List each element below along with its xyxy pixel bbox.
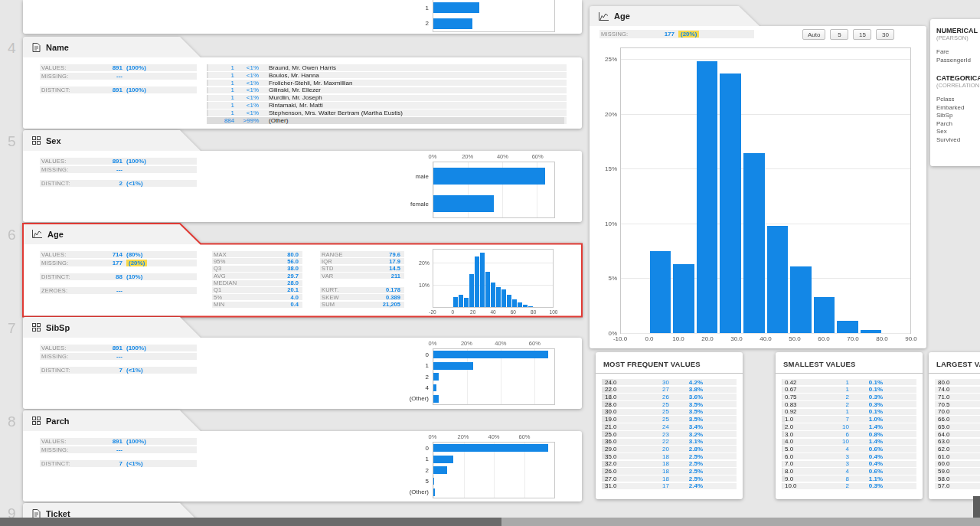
bar xyxy=(433,18,472,29)
stat-row: MEDIAN28.0 xyxy=(212,280,302,286)
y-tick-label: 10% xyxy=(419,283,430,288)
bin-button-auto[interactable]: Auto xyxy=(802,29,825,40)
frequency-row: 1<1%Boulos, Mr. Hanna xyxy=(207,72,567,79)
histogram-bar xyxy=(720,74,741,333)
x-tick-label: 0 xyxy=(452,309,455,315)
table-row: 18.0263.6% xyxy=(602,394,737,400)
stat-row: MISSING:--- xyxy=(40,446,197,453)
bin-button-5[interactable]: 5 xyxy=(830,29,848,40)
histogram-bar xyxy=(512,299,517,307)
horizontal-scrollbar[interactable] xyxy=(0,518,980,526)
bar xyxy=(433,168,545,185)
bar-label: 0 xyxy=(426,351,429,358)
bar xyxy=(433,373,439,381)
histogram-bar xyxy=(673,264,694,333)
variable-card-parch[interactable]: Parch VALUES:891(100%)MISSING:---DISTINC… xyxy=(23,410,582,501)
frequency-row: 884>99%(Other) xyxy=(207,117,567,124)
stat-row: AVG29.7 xyxy=(212,273,302,279)
table-title: SMALLEST VALUES xyxy=(776,352,923,374)
card-body: VALUES:891(100%)MISSING:---DISTINCT:891(… xyxy=(23,57,582,129)
association-item: Embarked xyxy=(936,104,980,113)
stats-block: VALUES:714(80%)MISSING:177(20%)DISTINCT:… xyxy=(40,251,197,296)
card-tab: SibSp xyxy=(23,317,201,338)
detail-panel-age: Age MISSING: 177 (20%) Auto51530 0%5%10%… xyxy=(590,6,926,348)
table-row: 0.6710.1% xyxy=(782,387,916,393)
category-icon xyxy=(32,323,41,332)
table-row: 0.7520.3% xyxy=(782,394,916,400)
x-tick-label: 60% xyxy=(532,153,544,160)
card-body: VALUES:891(100%)MISSING:---DISTINCT:2(<1… xyxy=(23,151,582,222)
stat-row: IQR17.9 xyxy=(320,258,404,264)
card-title: Sex xyxy=(46,136,61,145)
plot-area: 0%5%10%15%20%25% xyxy=(620,47,911,334)
histogram-bar xyxy=(697,61,718,333)
table-row: 29.0202.8% xyxy=(602,446,737,452)
histogram-bar xyxy=(650,251,671,333)
table-rows: 24.0304.2%22.0273.8%18.0263.6%28.0253.5%… xyxy=(596,374,743,489)
bar-row: 2 xyxy=(433,371,554,382)
numerical-associations-subtitle: (PEARSON) xyxy=(936,34,980,41)
bar-row: (Other) xyxy=(433,394,554,404)
stat-row xyxy=(320,280,404,286)
table-row: 19.0253.5% xyxy=(602,416,737,422)
table-row: 36.0223.1% xyxy=(602,439,737,445)
card-title: Name xyxy=(46,43,69,52)
stat-row: STD14.5 xyxy=(320,266,404,272)
table-row: 59.0 xyxy=(935,468,980,474)
x-tick-label: 60% xyxy=(529,340,541,347)
variable-card-sex[interactable]: Sex VALUES:891(100%)MISSING:---DISTINCT:… xyxy=(23,130,582,222)
x-tick-label: 0% xyxy=(429,153,437,160)
x-tick-label: 60% xyxy=(518,433,530,440)
horizontal-scrollbar-thumb[interactable] xyxy=(0,518,501,526)
histogram-bar xyxy=(480,253,485,307)
association-item: Pclass xyxy=(936,96,980,104)
table-row: 32.0182.5% xyxy=(602,461,737,467)
bar-row: (Other) xyxy=(433,487,554,498)
stat-row: 95%56.0 xyxy=(212,258,302,264)
detail-title: Age xyxy=(614,11,630,21)
x-tick-label: 40% xyxy=(488,433,499,440)
variable-card-sibsp[interactable]: SibSp VALUES:891(100%)MISSING:---DISTINC… xyxy=(23,317,582,409)
bar-row: 1 xyxy=(433,453,554,464)
category-bar-chart: 12 xyxy=(433,0,555,32)
histogram-bar xyxy=(469,274,474,307)
frequency-table: 1<1%Braund, Mr. Owen Harris1<1%Boulos, M… xyxy=(207,64,567,125)
stat-row: RANGE79.6 xyxy=(320,251,404,257)
bin-button-15[interactable]: 15 xyxy=(853,29,871,40)
association-item: Sex xyxy=(936,128,980,136)
bar xyxy=(433,195,494,212)
bin-button-30[interactable]: 30 xyxy=(876,29,894,40)
table-row: 30.0253.5% xyxy=(602,409,737,415)
table-row: 31.0172.4% xyxy=(602,483,737,489)
y-tick-label: 10% xyxy=(605,220,617,227)
table-row: 1.071.0% xyxy=(782,416,916,422)
vertical-scrollbar-thumb[interactable] xyxy=(973,496,980,518)
card-tab: Age xyxy=(23,224,201,244)
stat-row: SKEW0.389 xyxy=(320,294,404,300)
bar xyxy=(433,2,479,13)
association-item: Parch xyxy=(936,120,980,129)
table-row: 63.0 xyxy=(935,439,980,445)
x-tick-label: 20% xyxy=(462,153,473,160)
card-title: SibSp xyxy=(46,323,70,332)
histogram-icon xyxy=(32,230,42,238)
bar-label: 2 xyxy=(426,467,429,474)
variable-card-name[interactable]: Name VALUES:891(100%)MISSING:---DISTINCT… xyxy=(23,37,582,129)
x-tick-label: 40 xyxy=(490,309,495,315)
stat-row: DISTINCT:891(100%) xyxy=(40,87,197,93)
card-number-4: 4 xyxy=(8,40,16,57)
bar-label: 1 xyxy=(426,5,429,11)
bar-label: 0 xyxy=(426,445,429,452)
stat-row: Q120.1 xyxy=(212,287,302,293)
histogram-icon xyxy=(599,12,609,21)
stat-row: MISSING:--- xyxy=(40,73,197,80)
bar xyxy=(433,384,436,392)
frequency-row: 1<1%Braund, Mr. Owen Harris xyxy=(207,64,567,71)
mini-histogram: 10%20%-20020406080100 xyxy=(413,247,555,318)
categorical-associations-title: CATEGORICAL xyxy=(936,74,980,82)
variable-card-partial[interactable]: 12 xyxy=(23,0,582,34)
card-title: Ticket xyxy=(46,509,70,518)
bar-row: female xyxy=(433,190,554,217)
card-body: VALUES:891(100%)MISSING:---DISTINCT:7(<1… xyxy=(23,431,582,501)
variable-card-age[interactable]: Age VALUES:714(80%)MISSING:177(20%)DISTI… xyxy=(23,224,582,316)
